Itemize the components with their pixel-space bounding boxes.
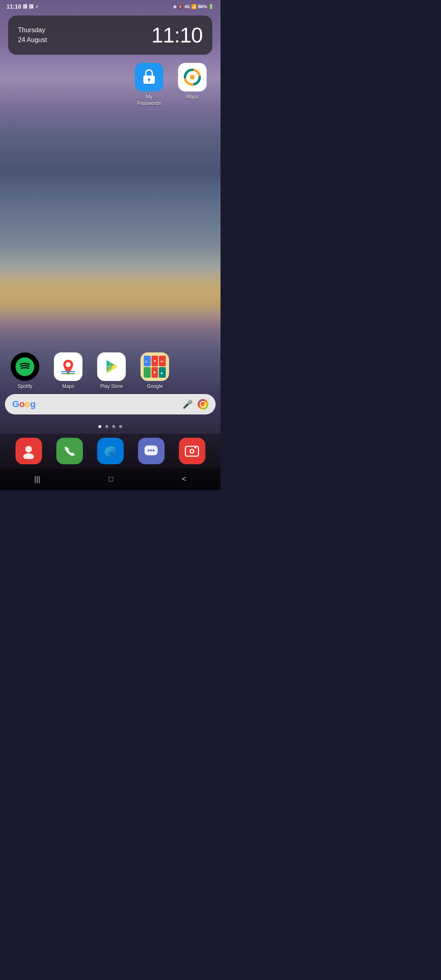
dock-app-edge[interactable] xyxy=(97,438,124,464)
app-icon-google-folder: G M xyxy=(140,352,169,381)
back-button[interactable]: < xyxy=(175,473,193,485)
clock-day: Thursday xyxy=(18,25,47,35)
svg-rect-2 xyxy=(149,80,149,82)
svg-rect-34 xyxy=(194,447,196,448)
folder-app-google: G xyxy=(144,356,151,366)
svg-point-28 xyxy=(148,449,150,451)
app-maps[interactable]: Maps xyxy=(50,352,87,390)
status-bar: 11:10 🖼 🖼 ✓ ⊕ 🔇 4G 📶 86% 🔋 xyxy=(0,0,220,11)
clock-date-text: 24 August xyxy=(18,35,47,45)
google-g-logo: Goog xyxy=(12,399,36,410)
phone-icon xyxy=(62,443,77,459)
app-play-store[interactable]: Play Store xyxy=(93,352,130,390)
stagecoach-icon xyxy=(182,67,203,88)
messages-icon xyxy=(143,443,159,459)
nav-bar: ||| □ < xyxy=(0,468,220,490)
dock-app-phone[interactable] xyxy=(56,438,83,464)
app-label-google: Google xyxy=(147,383,163,390)
app-label-stagecoach: Maps xyxy=(186,94,198,100)
mute-icon: 🔇 xyxy=(178,4,183,9)
svg-marker-16 xyxy=(145,371,149,374)
app-icon-stagecoach xyxy=(178,63,207,91)
page-dot-4[interactable] xyxy=(119,425,122,428)
svg-text:▶: ▶ xyxy=(161,372,163,374)
page-dot-2[interactable] xyxy=(105,425,108,428)
app-icon-play-store xyxy=(97,352,126,381)
screencap-icon xyxy=(184,443,200,459)
home-spacer xyxy=(7,107,214,352)
svg-point-22 xyxy=(25,446,32,452)
app-spotify[interactable]: Spotify xyxy=(7,352,43,390)
svg-text:M: M xyxy=(160,360,163,363)
dock-app-messages[interactable] xyxy=(138,438,165,464)
clock-time: 11:10 xyxy=(151,23,203,47)
play-store-icon xyxy=(102,358,120,376)
dock-icon-img-contacts xyxy=(16,438,42,464)
mic-icon[interactable]: 🎤 xyxy=(183,399,193,409)
app-label-my-passwords: MyPasswords xyxy=(137,94,161,107)
image-icon: 🖼 xyxy=(29,4,33,9)
page-dot-1[interactable] xyxy=(98,425,101,428)
signal-bars-icon: 📶 xyxy=(191,4,197,9)
dock-icon-img-messages xyxy=(138,438,165,464)
folder-app-chrome xyxy=(151,356,158,366)
folder-app-meet: ▶ xyxy=(159,367,166,378)
svg-point-29 xyxy=(150,449,152,451)
status-left: 11:10 🖼 🖼 ✓ xyxy=(7,3,39,10)
dock-app-screencap[interactable] xyxy=(179,438,205,464)
home-area: MyPasswords Maps xyxy=(0,55,220,394)
edge-icon xyxy=(102,443,118,459)
app-icon-my-passwords xyxy=(135,63,163,91)
app-icon-spotify xyxy=(11,352,39,381)
page-dot-3[interactable] xyxy=(112,425,115,428)
main-apps-row: Spotify Maps xyxy=(7,352,214,394)
dock-icon-img-phone xyxy=(56,438,83,464)
app-my-passwords[interactable]: MyPasswords xyxy=(131,63,167,107)
status-time: 11:10 xyxy=(7,3,21,10)
app-label-maps: Maps xyxy=(62,383,74,390)
svg-point-30 xyxy=(153,449,155,451)
contacts-icon xyxy=(21,443,36,459)
app-google-folder[interactable]: G M xyxy=(136,352,173,390)
svg-point-25 xyxy=(108,452,114,455)
folder-grid: G M xyxy=(140,352,169,381)
app-label-spotify: Spotify xyxy=(18,383,33,390)
page-dots xyxy=(0,419,220,434)
app-label-play-store: Play Store xyxy=(100,383,122,390)
search-icons: 🎤 xyxy=(183,399,208,410)
top-apps-row: MyPasswords Maps xyxy=(7,63,214,107)
screenshot-icon: 🖼 xyxy=(23,4,27,9)
home-button[interactable]: □ xyxy=(102,473,120,485)
battery-icon: 🔋 xyxy=(208,4,214,9)
dock-icon-img-screencap xyxy=(179,438,205,464)
maps-icon xyxy=(59,357,78,376)
battery-label: 86% xyxy=(198,4,207,9)
svg-point-14 xyxy=(154,360,156,362)
clock-widget: Thursday 24 August 11:10 xyxy=(8,16,212,55)
dock-icon-img-edge xyxy=(97,438,124,464)
svg-point-6 xyxy=(66,362,71,367)
svg-point-5 xyxy=(16,357,34,376)
check-icon: ✓ xyxy=(35,4,39,9)
lock-icon xyxy=(140,68,158,86)
svg-point-4 xyxy=(190,75,195,80)
svg-text:G: G xyxy=(145,360,147,363)
folder-app-gmail: M xyxy=(159,356,166,366)
search-bar[interactable]: Goog 🎤 xyxy=(5,394,216,414)
dock-app-contacts[interactable] xyxy=(16,438,42,464)
folder-app-youtube xyxy=(151,367,158,378)
samsung-icon: ⊕ xyxy=(173,4,176,9)
app-icon-maps xyxy=(54,352,82,381)
svg-point-33 xyxy=(191,450,193,452)
lens-icon[interactable] xyxy=(198,399,208,410)
clock-date: Thursday 24 August xyxy=(18,25,47,45)
status-right: ⊕ 🔇 4G 📶 86% 🔋 xyxy=(173,4,214,9)
svg-point-23 xyxy=(23,453,34,459)
app-stagecoach[interactable]: Maps xyxy=(174,63,211,107)
dock xyxy=(0,434,220,468)
folder-app-drive xyxy=(144,367,151,378)
spotify-icon xyxy=(16,357,34,376)
signal-label: 4G xyxy=(185,4,190,9)
recents-button[interactable]: ||| xyxy=(28,473,47,485)
